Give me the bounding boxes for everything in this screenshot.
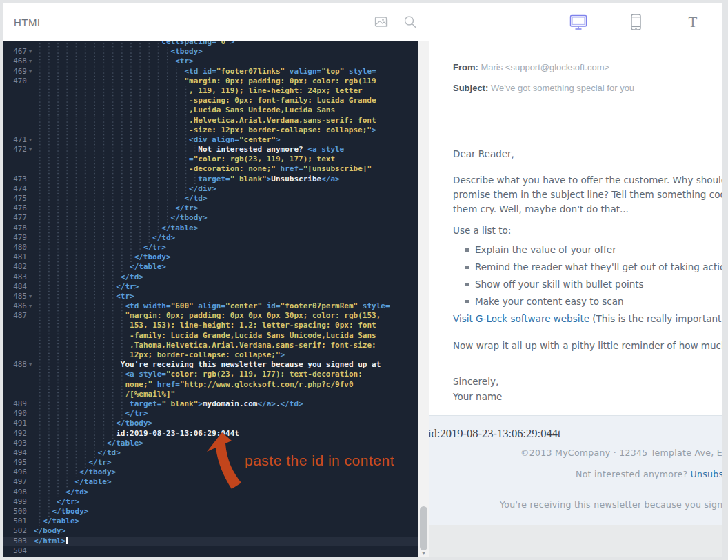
code-line: 475</td> [3, 194, 418, 203]
preview-toolbar: T [429, 3, 722, 41]
line-number: 500 [3, 507, 27, 517]
code-text: </table> [34, 262, 418, 272]
code-text: "margin: 0px; padding: 0px; color: rgb(1… [34, 77, 418, 86]
editor-header-icons [374, 14, 418, 30]
scroll-down-arrow-icon[interactable]: ▼ [418, 550, 429, 557]
code-token: You're receiving this newsletter because… [121, 360, 381, 369]
line-number: 485 [3, 292, 27, 301]
code-token: "http://www.glocksoft.com/r.php?c/9fv0 [180, 380, 354, 389]
fold-toggle-icon[interactable]: ▼ [27, 57, 34, 66]
code-area[interactable]: cellspacing="0">467▼<tbody>468▼<tr>469▼<… [3, 41, 418, 557]
code-token: </td> [98, 448, 121, 457]
code-token: </tr> [88, 458, 111, 467]
code-token: mydomain.com [203, 399, 257, 408]
code-text: -family: Lucida Grande,Lucida Sans Unico… [34, 331, 418, 341]
code-token: </table> [130, 262, 166, 271]
indent-guides [34, 262, 130, 272]
fold-gutter [27, 174, 34, 184]
code-text: -decoration: none;" href="[unsubscribe]" [34, 164, 418, 174]
code-line: 153, 153); line-height: 1.2; letter-spac… [3, 321, 418, 330]
fold-toggle-icon[interactable]: ▼ [27, 47, 34, 57]
editor-scrollbar-thumb[interactable] [420, 506, 427, 550]
code-token: </table> [75, 477, 112, 486]
fold-toggle-icon[interactable]: ▼ [27, 135, 34, 145]
code-text: target="_blank">mydomain.com</a>.</td> [34, 399, 418, 409]
email-body: Dear Reader, Describe what you have to o… [429, 134, 722, 415]
code-token: "color: rgb(23, 119, 177); text-decorati… [166, 370, 363, 379]
footer-id-text: id:2019-08-23-13:06:29:044t [429, 427, 561, 441]
editor-scrollbar[interactable]: ▼ [418, 41, 429, 557]
code-line: 501</table> [3, 517, 418, 526]
body-line: promise them in the subject line? Tell t… [453, 188, 722, 202]
code-text: </tbody> [34, 419, 418, 428]
fold-gutter [27, 86, 34, 96]
code-text: </div> [34, 184, 418, 194]
code-token: </tr> [125, 409, 148, 418]
code-token: ,Tahoma,Helvetica,Arial,Verdana,sans-ser… [130, 341, 376, 350]
line-number [3, 341, 27, 350]
code-line: 479</td> [3, 233, 418, 243]
fold-toggle-icon[interactable]: ▼ [27, 145, 34, 154]
code-token: Unsubscribe [271, 174, 321, 183]
fold-gutter [27, 41, 34, 47]
link-suffix: (This is the really important part.) [589, 313, 722, 324]
fold-toggle-icon[interactable]: ▼ [27, 301, 34, 311]
code-line: 471▼<div align="center"> [3, 135, 418, 145]
mobile-view-icon[interactable] [627, 14, 645, 30]
code-token: ,Helvetica,Arial,Verdana,sans-serif; fon… [189, 116, 376, 125]
code-text [34, 546, 418, 556]
fold-gutter [27, 272, 34, 282]
line-number [3, 350, 27, 360]
indent-guides [34, 429, 116, 439]
fold-gutter [27, 262, 34, 272]
line-number: 505 [3, 556, 27, 557]
code-line: 487"margin: 0px; padding: 0px 0px 0px 30… [3, 311, 418, 321]
from-value: Maris <support@glocksoft.com> [478, 62, 609, 72]
code-token: href= [276, 164, 303, 173]
indent-guides [34, 477, 75, 487]
indent-guides [34, 301, 125, 311]
website-link[interactable]: Visit G-Lock software website [453, 313, 589, 324]
code-line: 12px; border-collapse: collapse;"> [3, 350, 418, 360]
code-line: 469▼<td id="footer07links" valign="top" … [3, 67, 418, 77]
fold-gutter [27, 223, 34, 233]
fold-toggle-icon[interactable]: ▼ [27, 360, 34, 370]
image-icon[interactable] [374, 14, 389, 30]
code-text: <td width="600" align="center" id="foote… [34, 301, 418, 311]
code-token: 12px; border-collapse: collapse;" [130, 350, 281, 359]
code-token: "center" [239, 135, 276, 144]
indent-guides [34, 488, 65, 497]
fold-gutter [27, 399, 34, 409]
code-line: ,Helvetica,Arial,Verdana,sans-serif; fon… [3, 116, 418, 126]
text-view-icon[interactable]: T [684, 14, 702, 30]
code-text: id:2019-08-23-13:06:29:044t [34, 429, 418, 439]
code-token: > [276, 135, 281, 144]
code-token: </td> [184, 194, 207, 203]
code-text: </td> [34, 448, 418, 458]
search-icon[interactable] [403, 14, 418, 30]
indent-guides [34, 292, 116, 301]
code-text: </table> [34, 477, 418, 487]
line-number [3, 106, 27, 115]
code-text: ="color: rgb(23, 119, 177); text [34, 154, 418, 164]
code-text: </tr> [34, 458, 418, 468]
indent-guides [34, 184, 189, 194]
fold-toggle-icon[interactable]: ▼ [27, 292, 34, 301]
code-text: </table> [34, 439, 418, 448]
code-line: 498</td> [3, 488, 418, 497]
code-line: 491</tbody> [3, 419, 418, 428]
indent-guides [34, 194, 184, 203]
code-token: </tbody> [79, 468, 116, 477]
line-number: 483 [3, 272, 27, 282]
fold-gutter [27, 477, 34, 487]
code-token: Not interested anymore? [198, 145, 307, 154]
desktop-view-icon[interactable] [569, 14, 587, 30]
line-number: 480 [3, 243, 27, 252]
code-editor-panel: HTML cellsp [3, 3, 429, 557]
fold-toggle-icon[interactable]: ▼ [27, 67, 34, 77]
indent-guides [34, 448, 98, 458]
code-token: </table> [107, 439, 143, 448]
bullet-item: Make your content easy to scan [453, 293, 722, 310]
code-token: -spacing: 0px; font-family: Lucida Grand… [189, 96, 376, 105]
unsubscribe-link[interactable]: Unsubscribe [691, 469, 722, 479]
